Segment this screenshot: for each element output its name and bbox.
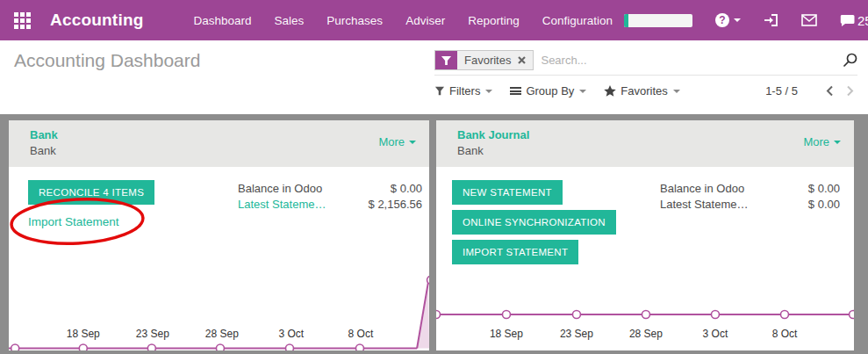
- online-synchronization-button[interactable]: ONLINE SYNCHRONIZATION: [452, 210, 616, 235]
- filter-funnel-icon: [434, 86, 445, 96]
- chevron-down-icon: [485, 90, 492, 93]
- chart-tick-label: 8 Oct: [772, 328, 798, 340]
- star-icon: [604, 85, 616, 97]
- more-dropdown[interactable]: More: [803, 135, 841, 148]
- card-actions: NEW STATEMENT ONLINE SYNCHRONIZATION IMP…: [452, 180, 616, 270]
- filters-label: Filters: [449, 84, 480, 98]
- card-body: RECONCILE 4 ITEMS Import Statement Balan…: [9, 167, 429, 350]
- reconcile-items-button[interactable]: RECONCILE 4 ITEMS: [28, 180, 154, 205]
- pager-range: 1-5 / 5: [765, 84, 798, 98]
- chart-tick-label: 3 Oct: [703, 328, 728, 340]
- chart-tick-label: 23 Sep: [136, 328, 169, 340]
- facet-category: Favorites: [464, 54, 511, 67]
- stat-row-balance: Balance in Odoo $ 0.00: [238, 181, 422, 197]
- page-title: Accounting Dashboard: [14, 50, 434, 71]
- help-dropdown[interactable]: ?: [715, 13, 741, 27]
- menu-reporting[interactable]: Reporting: [456, 14, 531, 27]
- new-statement-button[interactable]: NEW STATEMENT: [452, 180, 563, 205]
- chart-tick-label: 3 Oct: [279, 328, 305, 340]
- card-stats: Balance in Odoo $ 0.00 Latest Stateme… $…: [238, 181, 422, 213]
- journal-title[interactable]: Bank: [30, 128, 415, 141]
- app-title[interactable]: Accounting: [50, 11, 144, 30]
- menu-adviser[interactable]: Adviser: [394, 14, 456, 27]
- import-statement-button[interactable]: IMPORT STATEMENT: [452, 240, 578, 264]
- bank-sparkline-chart: 18 Sep23 Sep28 Sep3 Oct8 Oct: [9, 271, 429, 350]
- stat-row-latest-statement: Latest Stateme… $ 0.00: [660, 197, 840, 213]
- stat-row-latest-statement: Latest Stateme… $ 2,156.56: [238, 197, 422, 213]
- dashboard-kanban: Bank Bank More RECONCILE 4 ITEMS Import …: [0, 114, 868, 354]
- message-count: 25: [857, 13, 868, 28]
- stat-label: Balance in Odoo: [238, 181, 322, 197]
- search-view: Favorites: [434, 50, 857, 76]
- menu-sales[interactable]: Sales: [263, 14, 316, 27]
- menu-dashboard[interactable]: Dashboard: [183, 14, 263, 27]
- stat-value: $ 2,156.56: [369, 197, 422, 213]
- menu-purchases[interactable]: Purchases: [315, 14, 394, 27]
- filters-dropdown[interactable]: Filters: [434, 84, 492, 98]
- chart-tick-label: 18 Sep: [67, 328, 100, 340]
- group-by-label: Group By: [526, 84, 574, 98]
- search-facet-favorites: Favorites: [434, 50, 534, 70]
- group-by-dropdown[interactable]: Group By: [510, 84, 586, 98]
- chevron-down-icon: [579, 90, 586, 93]
- breadcrumb-area: Accounting Dashboard: [0, 40, 434, 114]
- card-header: Bank Journal Bank More: [436, 120, 854, 167]
- journal-card-bank-journal: Bank Journal Bank More NEW STATEMENT ONL…: [436, 120, 854, 350]
- stat-label: Latest Stateme…: [660, 197, 748, 213]
- bank-journal-sparkline-chart: 18 Sep23 Sep28 Sep3 Oct8 Oct: [436, 271, 854, 350]
- chart-tick-label: 28 Sep: [629, 328, 663, 340]
- facet-label: Favorites: [457, 51, 533, 69]
- pager-previous-icon[interactable]: [826, 85, 834, 97]
- messages-counter[interactable]: 25: [840, 13, 868, 28]
- card-actions: RECONCILE 4 ITEMS Import Statement: [28, 180, 154, 228]
- chart-tick-label: 18 Sep: [490, 328, 523, 340]
- journal-subtitle: Bank: [457, 144, 840, 157]
- chart-tick-label: 28 Sep: [205, 328, 239, 340]
- help-icon: ?: [715, 13, 729, 27]
- main-menu: Dashboard Sales Purchases Adviser Report…: [183, 14, 625, 27]
- stat-value: $ 0.00: [391, 181, 422, 197]
- stat-value: $ 0.00: [808, 197, 840, 213]
- import-statement-link[interactable]: Import Statement: [28, 215, 119, 228]
- facet-filter-icon: [435, 51, 457, 69]
- journal-subtitle: Bank: [30, 144, 415, 157]
- top-navbar: Accounting Dashboard Sales Purchases Adv…: [0, 0, 868, 40]
- chat-bubble-icon: [840, 14, 855, 27]
- chevron-down-icon: [409, 141, 416, 144]
- menu-configuration[interactable]: Configuration: [531, 14, 624, 27]
- latest-statement-link[interactable]: Latest Stateme…: [238, 197, 326, 213]
- more-label: More: [803, 135, 829, 148]
- control-panel: Accounting Dashboard Favorites: [0, 40, 868, 114]
- group-by-icon: [510, 87, 521, 95]
- facet-remove-icon[interactable]: [518, 56, 526, 64]
- pager-next-icon[interactable]: [846, 85, 854, 97]
- card-stats: Balance in Odoo $ 0.00 Latest Stateme… $…: [660, 181, 840, 213]
- apps-grid-icon[interactable]: [14, 12, 31, 29]
- journal-title[interactable]: Bank Journal: [457, 128, 840, 141]
- favorites-dropdown[interactable]: Favorites: [604, 84, 679, 98]
- favorites-label: Favorites: [621, 84, 667, 98]
- pill-accent-bar: [624, 14, 628, 27]
- search-options-row: Filters Group By Favorites 1-5 / 5: [434, 84, 857, 98]
- user-menu-redacted-pill[interactable]: [624, 14, 692, 27]
- chart-tick-label: 23 Sep: [560, 328, 593, 340]
- search-magnifier-icon[interactable]: [843, 53, 857, 68]
- chevron-down-icon: [673, 90, 680, 93]
- stat-value: $ 0.00: [808, 181, 840, 197]
- pager: 1-5 / 5: [765, 84, 857, 98]
- sign-in-icon[interactable]: [764, 13, 778, 27]
- search-panel: Favorites Filters Group By: [434, 40, 868, 114]
- chevron-down-icon: [734, 18, 741, 22]
- card-header: Bank Bank More: [9, 120, 429, 167]
- journal-card-bank: Bank Bank More RECONCILE 4 ITEMS Import …: [9, 120, 429, 350]
- navbar-right: ? 25: [624, 13, 868, 28]
- stat-row-balance: Balance in Odoo $ 0.00: [660, 181, 840, 197]
- search-input[interactable]: [541, 54, 843, 67]
- stat-label: Balance in Odoo: [660, 181, 744, 197]
- more-label: More: [378, 135, 405, 148]
- chevron-down-icon: [834, 141, 841, 144]
- card-body: NEW STATEMENT ONLINE SYNCHRONIZATION IMP…: [436, 167, 854, 350]
- chart-tick-label: 8 Oct: [348, 328, 374, 340]
- more-dropdown[interactable]: More: [378, 135, 416, 148]
- mail-icon[interactable]: [801, 14, 817, 26]
